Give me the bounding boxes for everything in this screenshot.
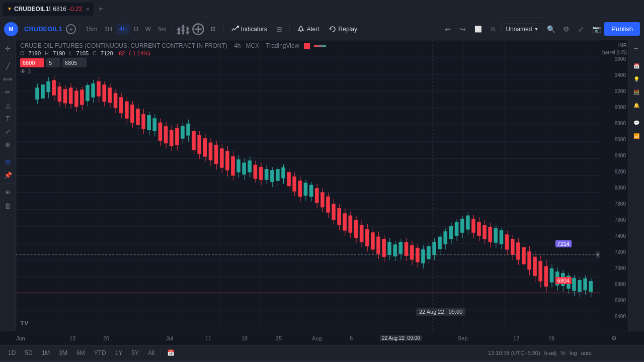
publish-button[interactable]: Publish <box>604 22 640 36</box>
channel-tool[interactable]: ⟺ <box>2 73 14 85</box>
svg-point-12 <box>237 26 238 27</box>
indicators-button[interactable]: Indicators <box>227 23 271 35</box>
candlestick-chart[interactable]: + <box>16 40 600 331</box>
chart-tab[interactable]: ▼ CRUDEOIL1! 6816 -0.22 × <box>3 3 94 16</box>
quantity-input[interactable] <box>46 58 60 67</box>
settings-button[interactable]: ⚙ <box>559 22 573 36</box>
svg-rect-220 <box>550 268 553 282</box>
tf-15m[interactable]: 15m <box>83 24 100 35</box>
chart-time: 13:10:38 (UTC+5:30) <box>488 350 540 356</box>
svg-rect-202 <box>500 230 503 244</box>
svg-rect-198 <box>489 227 492 242</box>
indicator-toggle[interactable]: 👁 3 <box>20 68 328 74</box>
tp-5y[interactable]: 5Y <box>127 348 143 358</box>
watchlist-icon[interactable]: ☰ <box>630 42 642 54</box>
calculator-icon[interactable]: 🧮 <box>630 86 642 98</box>
text-tool[interactable]: T <box>2 112 14 124</box>
more-options[interactable]: ⊙ <box>486 22 500 36</box>
redo-button[interactable]: ↪ <box>456 22 470 36</box>
svg-rect-42 <box>52 80 56 95</box>
trend-line-tool[interactable]: ╱ <box>2 60 14 72</box>
tp-3m[interactable]: 3M <box>55 348 71 358</box>
log-btn[interactable]: log <box>570 350 577 356</box>
tp-1d[interactable]: 1D <box>4 348 20 358</box>
pct-btn[interactable]: % <box>560 350 566 356</box>
replay-button[interactable]: Replay <box>325 23 361 35</box>
eye-tool[interactable]: 👁 <box>2 187 14 199</box>
tf-w[interactable]: W <box>142 24 154 35</box>
add-tab-button[interactable]: + <box>96 5 106 14</box>
fullscreen-toggle[interactable]: ⬜ <box>471 22 485 36</box>
svg-rect-2 <box>177 33 181 34</box>
price-7600: 7600 <box>615 217 626 223</box>
unnamed-layout-button[interactable]: Unnamed ▼ <box>501 23 543 35</box>
time-18: 18 <box>242 335 248 341</box>
ideas-icon[interactable]: 💡 <box>630 73 642 85</box>
camera-button[interactable]: 📷 <box>589 22 603 36</box>
layout-button[interactable]: ⤢ <box>574 22 588 36</box>
notification-icon[interactable]: 🔔 <box>630 99 642 111</box>
calendar-icon[interactable]: 📅 <box>630 60 642 72</box>
svg-rect-176 <box>427 246 430 259</box>
rt-sep1 <box>631 57 641 57</box>
tp-5d[interactable]: 5D <box>21 348 36 358</box>
svg-rect-156 <box>371 233 374 250</box>
svg-rect-114 <box>254 165 257 178</box>
measure-tool[interactable]: ⤢ <box>2 125 14 137</box>
svg-rect-208 <box>516 242 520 259</box>
tp-1y[interactable]: 1Y <box>111 348 127 358</box>
svg-rect-96 <box>203 138 207 156</box>
time-scale-settings[interactable]: ⚙ <box>600 331 628 345</box>
tf-1h[interactable]: 1H <box>101 24 115 35</box>
price-8200: 8200 <box>615 169 626 174</box>
svg-rect-228 <box>572 278 576 291</box>
svg-rect-214 <box>533 257 537 276</box>
cursor-tool[interactable]: ✛ <box>2 42 14 54</box>
expand-btn[interactable]: ⊞ <box>206 22 220 36</box>
magnet-tool[interactable]: ⊙ <box>2 156 14 168</box>
tab-close-btn[interactable]: × <box>86 6 89 12</box>
search-button[interactable]: 🔍 <box>544 22 558 36</box>
stay-tool[interactable]: 📌 <box>2 169 14 181</box>
svg-rect-48 <box>69 88 72 104</box>
zoom-tool[interactable]: ⊕ <box>2 138 14 150</box>
calendar-range-btn[interactable]: 📅 <box>163 348 179 358</box>
tp-6m[interactable]: 6M <box>72 348 89 358</box>
svg-rect-58 <box>97 81 101 96</box>
compare-button[interactable] <box>191 22 205 36</box>
add-symbol-button[interactable]: + <box>66 24 76 34</box>
svg-rect-112 <box>248 161 252 172</box>
time-19: 19 <box>548 335 554 341</box>
delete-tool[interactable]: 🗑 <box>2 200 14 212</box>
svg-rect-118 <box>265 169 268 179</box>
chat-icon[interactable]: 💬 <box>630 117 642 129</box>
svg-rect-100 <box>214 145 218 164</box>
svg-rect-70 <box>130 105 134 123</box>
tp-all[interactable]: All <box>144 348 158 358</box>
shape-tool[interactable]: △ <box>2 99 14 111</box>
price-input-2[interactable] <box>62 58 87 67</box>
svg-rect-206 <box>511 239 514 255</box>
price-chart[interactable]: CRUDE OIL FUTURES (CONTINUOUS: CURRENT C… <box>16 40 600 331</box>
undo-button[interactable]: ↩ <box>441 22 455 36</box>
alert-button[interactable]: Alert <box>293 23 324 35</box>
auto-btn[interactable]: auto <box>581 350 592 356</box>
tf-5m[interactable]: 5m <box>155 24 170 35</box>
svg-rect-84 <box>170 130 173 146</box>
price-input-1[interactable] <box>20 58 44 67</box>
tp-1m[interactable]: 1M <box>38 348 54 358</box>
svg-rect-76 <box>147 115 151 130</box>
symbol-display[interactable]: CRUDEOIL1 <box>21 23 65 35</box>
price-7200: 7200 <box>615 249 626 255</box>
tradingview-logo[interactable]: M <box>4 22 18 36</box>
tp-ytd[interactable]: YTD <box>90 348 110 358</box>
brush-tool[interactable]: ✏ <box>2 86 14 98</box>
templates-button[interactable]: ⊟ <box>272 22 286 36</box>
signal-icon[interactable]: 📶 <box>630 130 642 142</box>
tf-4h[interactable]: 4H <box>116 24 130 35</box>
tf-d[interactable]: D <box>131 24 141 35</box>
chart-type-bar[interactable] <box>176 22 190 36</box>
badj-btn[interactable]: b-adj <box>544 350 556 356</box>
svg-rect-56 <box>92 83 95 97</box>
svg-rect-54 <box>86 85 89 101</box>
